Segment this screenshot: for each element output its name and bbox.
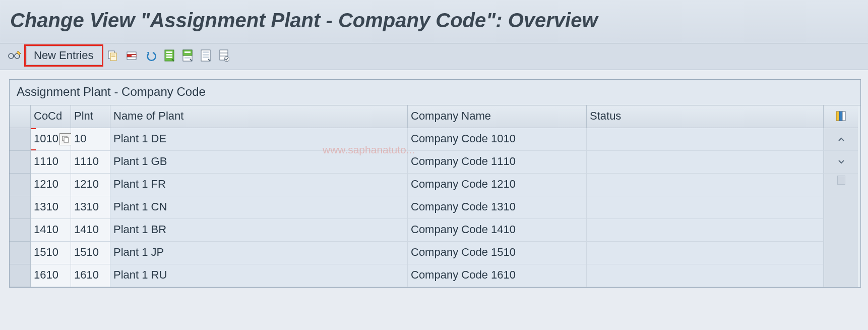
delete-row-icon xyxy=(126,49,138,62)
scroll-up-button[interactable] xyxy=(824,128,858,151)
configure-columns-icon xyxy=(835,111,846,122)
column-header-company-name[interactable]: Company Name xyxy=(408,105,587,128)
copy-icon xyxy=(106,49,118,62)
svg-rect-6 xyxy=(127,52,136,54)
cell-plant-name: Plant 1 DE xyxy=(110,128,408,151)
cell-status xyxy=(587,128,824,151)
row-selector-header[interactable] xyxy=(10,105,31,128)
cell-cocd[interactable]: 1310 xyxy=(31,196,71,219)
svg-rect-9 xyxy=(132,55,136,57)
page-title: Change View "Assignment Plant - Company … xyxy=(10,9,858,32)
svg-rect-20 xyxy=(203,54,209,56)
cell-status xyxy=(587,242,824,264)
cell-company-name: Company Code 1410 xyxy=(408,219,587,242)
cell-cocd[interactable]: 1510 xyxy=(31,242,71,264)
cell-plant-name: Plant 1 JP xyxy=(110,242,408,264)
cell-cocd[interactable]: 1010 xyxy=(31,128,71,151)
cell-plnt[interactable]: 10 xyxy=(71,128,110,151)
scroll-down-button[interactable] xyxy=(824,151,858,174)
delete-button[interactable] xyxy=(123,48,140,63)
table-settings-icon xyxy=(218,49,229,62)
row-selector[interactable] xyxy=(10,196,31,219)
cell-status xyxy=(587,151,824,174)
cell-company-name: Company Code 1110 xyxy=(408,151,587,174)
select-block-button[interactable] xyxy=(180,48,195,63)
cell-company-name: Company Code 1310 xyxy=(408,196,587,219)
cell-plant-name: Plant 1 BR xyxy=(110,219,408,242)
select-all-icon xyxy=(164,49,175,62)
data-grid: CoCd Plnt Name of Plant Company Name Sta… xyxy=(10,105,860,287)
table-container: Assignment Plant - Company Code CoCd Pln… xyxy=(9,79,861,288)
svg-point-0 xyxy=(9,53,14,59)
cell-cocd[interactable]: 1210 xyxy=(31,174,71,196)
undo-icon xyxy=(145,49,157,62)
title-area: Change View "Assignment Plant - Company … xyxy=(0,0,868,43)
row-selector[interactable] xyxy=(10,242,31,264)
select-block-icon xyxy=(182,49,193,62)
cell-plnt[interactable]: 1210 xyxy=(71,174,110,196)
scroll-track[interactable] xyxy=(824,174,858,287)
cell-company-name: Company Code 1510 xyxy=(408,242,587,264)
row-selector[interactable] xyxy=(10,151,31,174)
svg-rect-11 xyxy=(166,51,172,53)
svg-rect-8 xyxy=(127,57,136,60)
svg-rect-30 xyxy=(64,138,69,142)
cell-cocd[interactable]: 1410 xyxy=(31,219,71,242)
cell-plnt[interactable]: 1610 xyxy=(71,264,110,287)
svg-rect-26 xyxy=(836,112,839,121)
cell-plnt[interactable]: 1410 xyxy=(71,219,110,242)
cell-plnt[interactable]: 1310 xyxy=(71,196,110,219)
configure-columns-button[interactable] xyxy=(824,105,858,128)
search-help-button[interactable] xyxy=(59,133,72,145)
copy-as-button[interactable] xyxy=(104,48,120,63)
svg-rect-28 xyxy=(842,112,845,121)
table-title: Assignment Plant - Company Code xyxy=(10,80,860,105)
cell-status xyxy=(587,264,824,287)
cell-plant-name: Plant 1 FR xyxy=(110,174,408,196)
svg-rect-21 xyxy=(203,57,209,58)
new-entries-button[interactable]: New Entries xyxy=(26,46,101,65)
content-area: Assignment Plant - Company Code CoCd Pln… xyxy=(0,70,868,288)
column-header-cocd[interactable]: CoCd xyxy=(31,105,71,128)
svg-rect-16 xyxy=(184,51,191,53)
chevron-down-icon xyxy=(838,159,845,164)
cell-company-name: Company Code 1210 xyxy=(408,174,587,196)
cell-status xyxy=(587,219,824,242)
display-change-button[interactable] xyxy=(6,48,23,63)
row-selector[interactable] xyxy=(10,174,31,196)
cell-company-name: Company Code 1610 xyxy=(408,264,587,287)
select-all-button[interactable] xyxy=(162,48,177,63)
svg-rect-12 xyxy=(166,54,172,56)
chevron-up-icon xyxy=(838,137,845,142)
cell-status xyxy=(587,196,824,219)
svg-rect-13 xyxy=(166,57,172,58)
undo-button[interactable] xyxy=(143,48,159,63)
cell-status xyxy=(587,174,824,196)
cell-plnt[interactable]: 1110 xyxy=(71,151,110,174)
column-header-plnt[interactable]: Plnt xyxy=(71,105,110,128)
print-button[interactable] xyxy=(216,48,231,63)
row-selector[interactable] xyxy=(10,264,31,287)
cell-plant-name: Plant 1 CN xyxy=(110,196,408,219)
column-header-plant-name[interactable]: Name of Plant xyxy=(110,105,408,128)
column-header-status[interactable]: Status xyxy=(587,105,824,128)
cell-plant-name: Plant 1 GB xyxy=(110,151,408,174)
cell-plnt[interactable]: 1510 xyxy=(71,242,110,264)
row-selector[interactable] xyxy=(10,219,31,242)
row-selector[interactable] xyxy=(10,128,31,151)
cell-cocd[interactable]: 1110 xyxy=(31,151,71,174)
application-toolbar: New Entries xyxy=(0,43,868,70)
svg-rect-17 xyxy=(184,57,191,59)
cell-company-name: Company Code 1010 xyxy=(408,128,587,151)
svg-rect-27 xyxy=(839,112,842,121)
glasses-pencil-icon xyxy=(8,50,21,61)
deselect-icon xyxy=(200,49,211,62)
cell-cocd[interactable]: 1610 xyxy=(31,264,71,287)
cell-plant-name: Plant 1 RU xyxy=(110,264,408,287)
search-help-icon xyxy=(62,136,69,143)
deselect-all-button[interactable] xyxy=(198,48,213,63)
svg-rect-19 xyxy=(203,51,209,53)
